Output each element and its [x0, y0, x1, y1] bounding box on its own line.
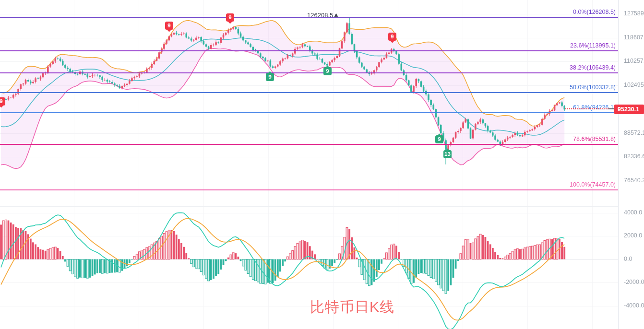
current-price-badge: 95230.1 [614, 105, 644, 114]
kline-macd-canvas[interactable] [0, 0, 644, 329]
chart-title: 比特币日K线 [310, 297, 394, 317]
peak-price-text: 126208.5 [307, 12, 333, 19]
peak-price-annotation: 126208.5 [307, 12, 338, 19]
peak-arrow-icon [334, 13, 339, 18]
current-price-connector-dash [608, 108, 614, 109]
current-price-dotted-line [565, 108, 608, 109]
